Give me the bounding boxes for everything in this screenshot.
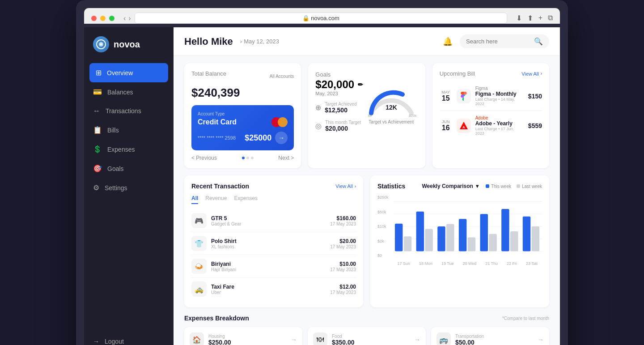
laptop-frame: ‹ › 🔒 novoa.com ⬇ ⬆ + ⧉ — [76, 0, 568, 345]
share-icon[interactable]: ⬆ — [527, 14, 533, 22]
sidebar-item-settings[interactable]: ⚙ Settings — [84, 178, 174, 197]
address-bar[interactable]: 🔒 novoa.com — [135, 13, 507, 24]
expense-arrow-food[interactable]: → — [414, 336, 420, 343]
month-target-label: This month Target — [325, 120, 361, 125]
upcoming-bill-title: Upcoming Bill — [440, 70, 475, 77]
sidebar-item-overview[interactable]: ⊞ Overview — [89, 63, 168, 82]
logout-button[interactable]: → Logout — [84, 332, 174, 345]
expense-arrow-transport[interactable]: → — [538, 336, 544, 343]
x-label-fri: 22 Fri — [507, 261, 517, 266]
dot-1 — [242, 157, 245, 159]
expenses-grid: 🏠 Housing $250.00 → 🍽 Food $350.00 — [184, 327, 549, 345]
edit-icon[interactable]: ✏ — [358, 81, 363, 88]
expense-card-housing: 🏠 Housing $250.00 → — [184, 327, 302, 345]
svg-rect-25 — [522, 217, 530, 251]
sidebar-item-expenses[interactable]: 💲 Expenses — [84, 140, 174, 159]
legend-dot-last-week — [517, 184, 520, 188]
goals-amount: $20,000 ✏ — [315, 78, 363, 91]
browser-chrome: ‹ › 🔒 novoa.com ⬇ ⬆ + ⧉ — [84, 8, 560, 24]
view-all-bills-button[interactable]: View All › — [521, 71, 542, 77]
sidebar-item-bills[interactable]: 📋 Bills — [84, 120, 174, 140]
settings-icon: ⚙ — [93, 183, 99, 192]
logo-area: novoa — [84, 36, 174, 63]
sidebar-label-goals: Goals — [107, 165, 124, 172]
sidebar-item-balances[interactable]: 💳 Balances — [84, 82, 174, 102]
transactions-icon: ↔ — [93, 107, 100, 115]
sidebar-label-settings: Settings — [105, 184, 127, 192]
trans-right-1: $20.00 17 May 2023 — [330, 238, 356, 249]
all-accounts-label: All Accounts — [270, 74, 294, 79]
bill-info-adobe: Adobe Adobe - Yearly Last Charge • 17 Ju… — [475, 115, 524, 136]
svg-rect-15 — [416, 212, 424, 251]
food-icon: 🍽 — [313, 332, 327, 345]
add-tab-icon[interactable]: + — [538, 14, 542, 22]
x-label-sat: 23 Sat — [526, 261, 538, 266]
card-nav: < Previous Next > — [191, 155, 294, 161]
bill-item-adobe: Jun 16 A Adobe Adobe - Yearly — [440, 111, 542, 140]
dot-3 — [251, 157, 254, 159]
gauge-label: Target vs Achievement — [369, 119, 414, 124]
transaction-item-3: 🚕 Taxi Fare Uber $12.00 17 May 2023 — [191, 278, 356, 300]
total-balance-card: Total Balance All Accounts $240,399 Acco… — [184, 63, 301, 168]
transaction-item-0: 🎮 GTR 5 Gadget & Gear $160.00 17 May 202… — [191, 209, 356, 232]
y-label-0: $250k — [377, 195, 389, 200]
x-label-thu: 21 Thu — [485, 261, 498, 266]
tab-all[interactable]: All — [191, 195, 198, 204]
sidebar-item-transactions[interactable]: ↔ Transactions — [84, 102, 174, 120]
month-target-value: $20,000 — [325, 125, 361, 132]
trans-right-2: $10.00 17 May 2023 — [330, 261, 356, 272]
tab-expenses[interactable]: Expenses — [234, 195, 258, 204]
chart-svg — [393, 195, 542, 258]
chart-bars-container: 17 Sun 18 Mon 19 Tue 20 Wed 21 Thu 22 Fr… — [393, 195, 542, 266]
transactions-title: Recent Transaction — [191, 183, 249, 190]
svg-rect-19 — [458, 219, 466, 251]
svg-rect-23 — [501, 209, 509, 251]
tab-revenue[interactable]: Revenue — [205, 195, 227, 204]
target-achieved-label: Target Achieved — [325, 102, 356, 106]
cc-amount: $25000 — [245, 133, 271, 143]
dot-2 — [246, 157, 249, 159]
dot-red[interactable] — [91, 16, 97, 21]
y-label-2: $10k — [377, 224, 389, 229]
notification-button[interactable]: 🔔 — [443, 37, 453, 47]
search-bar[interactable]: 🔍 — [460, 34, 549, 48]
y-axis: $250k $50k $10k $2k $0 — [377, 195, 391, 258]
stats-header: Statistics Weekly Comparison ▾ This week — [377, 183, 542, 190]
prev-card-button[interactable]: < Previous — [191, 155, 217, 161]
dot-green[interactable] — [109, 16, 114, 21]
back-button[interactable]: ‹ — [123, 14, 126, 22]
goals-card: Goals $20,000 ✏ May, 2023 ⊕ — [308, 63, 425, 168]
dot-yellow[interactable] — [100, 16, 106, 21]
svg-rect-18 — [446, 224, 454, 251]
weekly-comparison-filter[interactable]: Weekly Comparison ▾ — [422, 183, 478, 189]
expenses-section: Expenses Breakdown *Compare to last mont… — [174, 315, 560, 345]
y-label-4: $0 — [377, 253, 389, 258]
logout-icon: → — [93, 338, 99, 345]
download-icon[interactable]: ⬇ — [516, 14, 522, 22]
tabs-icon[interactable]: ⧉ — [548, 14, 553, 22]
svg-rect-16 — [425, 229, 432, 251]
view-all-transactions-button[interactable]: View All › — [335, 183, 356, 189]
svg-rect-13 — [395, 224, 402, 251]
cc-arrow[interactable]: → — [275, 132, 288, 144]
target-achieved-value: $12,500 — [325, 106, 356, 114]
search-input[interactable] — [466, 38, 530, 45]
legend-dot-this-week — [486, 184, 489, 188]
trans-info-3: Taxi Fare Uber — [211, 284, 326, 295]
expense-info-food: Food $350.00 — [332, 334, 410, 345]
svg-text:12K: 12K — [386, 104, 397, 111]
total-balance-title: Total Balance — [191, 70, 226, 77]
cc-name: Credit Card — [198, 118, 237, 126]
sidebar-label-overview: Overview — [107, 69, 133, 77]
next-card-button[interactable]: Next > — [278, 155, 294, 161]
expense-arrow-housing[interactable]: → — [291, 336, 297, 343]
expenses-icon: 💲 — [93, 145, 102, 153]
sidebar-label-transactions: Transactions — [106, 107, 141, 115]
y-label-1: $50k — [377, 210, 389, 214]
search-icon[interactable]: 🔍 — [534, 37, 543, 46]
svg-text:$0: $0 — [368, 114, 372, 118]
sidebar-item-goals[interactable]: 🎯 Goals — [84, 159, 174, 178]
forward-button[interactable]: › — [128, 14, 131, 22]
svg-rect-17 — [437, 226, 445, 251]
bills-icon: 📋 — [93, 126, 102, 134]
